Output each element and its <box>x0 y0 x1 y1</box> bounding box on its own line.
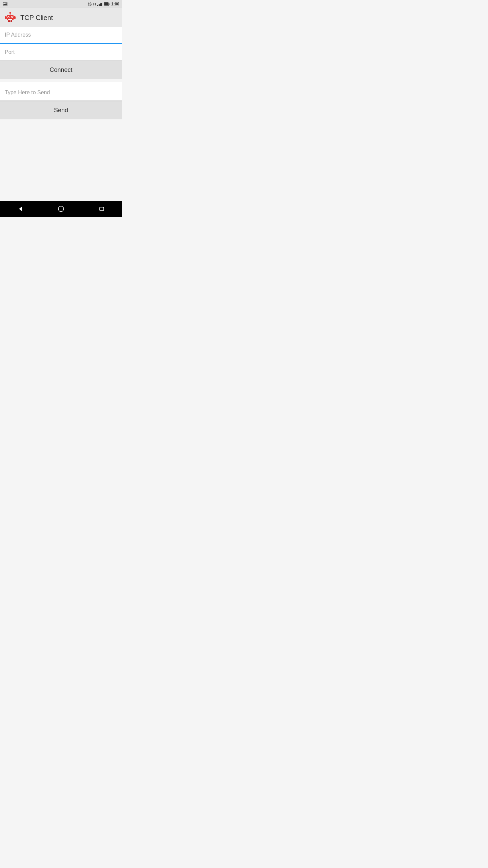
svg-marker-23 <box>19 206 22 211</box>
status-time: 1:00 <box>111 2 119 6</box>
gallery-icon <box>3 2 7 6</box>
home-button[interactable] <box>57 205 65 213</box>
svg-point-16 <box>8 17 9 18</box>
svg-rect-20 <box>14 16 16 19</box>
svg-point-24 <box>58 206 64 212</box>
app-icon <box>4 12 16 24</box>
svg-rect-21 <box>8 20 10 22</box>
svg-rect-9 <box>104 3 108 5</box>
back-icon <box>17 205 24 212</box>
message-input[interactable] <box>0 84 122 101</box>
status-bar-left <box>3 2 7 6</box>
svg-line-6 <box>88 2 89 3</box>
main-content: Connect Send Wrong IP or Port <box>0 27 122 217</box>
svg-rect-19 <box>5 16 7 19</box>
recents-button[interactable] <box>98 205 106 213</box>
h-signal-label: H <box>93 2 96 6</box>
home-icon <box>58 205 64 212</box>
svg-point-11 <box>9 12 11 14</box>
app-title: TCP Client <box>20 14 53 22</box>
recents-icon <box>98 205 105 212</box>
battery-icon <box>104 2 110 6</box>
svg-rect-10 <box>109 3 109 5</box>
ip-address-wrapper <box>0 27 122 44</box>
svg-rect-25 <box>100 207 104 211</box>
send-button[interactable]: Send <box>0 101 122 119</box>
svg-rect-18 <box>8 19 12 20</box>
svg-point-17 <box>12 17 13 18</box>
message-wrapper <box>0 82 122 101</box>
signal-bars <box>97 2 102 6</box>
connect-button[interactable]: Connect <box>0 61 122 79</box>
status-bar: H 1:00 <box>0 0 122 8</box>
ip-address-input[interactable] <box>0 27 122 43</box>
port-wrapper <box>0 44 122 61</box>
alarm-icon <box>88 2 92 6</box>
app-bar: TCP Client <box>0 8 122 27</box>
svg-rect-22 <box>11 20 12 22</box>
port-input[interactable] <box>0 44 122 60</box>
svg-line-7 <box>90 2 91 3</box>
svg-rect-0 <box>3 2 7 6</box>
back-button[interactable] <box>16 205 24 213</box>
nav-bar <box>0 201 122 217</box>
status-bar-right: H 1:00 <box>88 2 119 6</box>
svg-point-2 <box>6 3 7 4</box>
